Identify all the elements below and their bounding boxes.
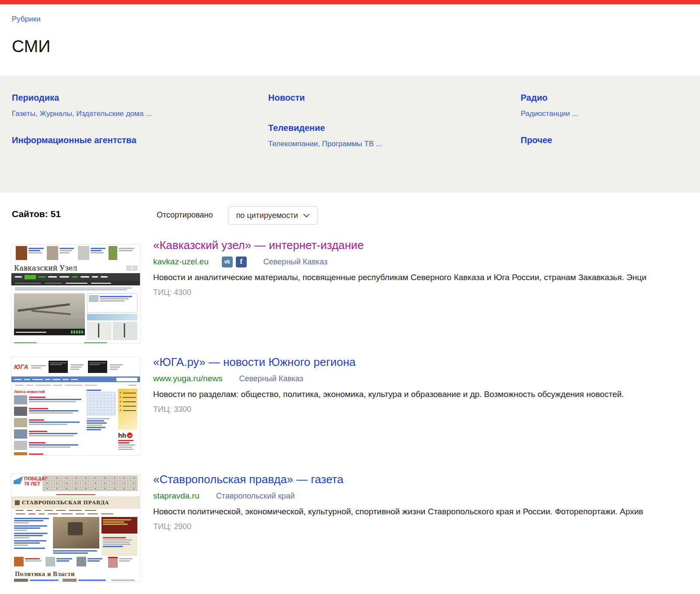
facebook-icon[interactable]: f [236,257,247,267]
thumb-calendar [87,392,116,415]
region-link[interactable]: Северный Кавказ [239,374,303,383]
spacer [521,118,578,135]
thumb-body: Лента новостей + [11,388,140,456]
listing-text: «ЮГА.ру» — новости Южного региона www.yu… [153,355,700,414]
thumb-victory-logo: ПОБЕДА! 70 ЛЕТ [14,475,41,491]
region-link[interactable]: Северный Кавказ [263,257,328,267]
category-link-novosti[interactable]: Новости [268,92,382,103]
sorted-label: Отсортировано [157,211,213,220]
category-sublinks-periodika[interactable]: Газеты, Журналы, Издательские дома ... [12,109,152,118]
masthead-emblem [15,500,20,505]
vk-icon[interactable]: vk [222,257,233,267]
thumb-section-title: Политика и Власти [11,571,140,578]
site-title-link[interactable]: «Кавказский узел» — интернет-издание [153,239,700,252]
sites-count: Сайтов: 51 [12,209,61,219]
thumb-header-buttons [126,266,137,271]
thumb-footer-area [11,341,140,344]
thumb-tag-links [11,285,140,292]
site-title-link[interactable]: «ЮГА.ру» — новости Южного региона [153,355,700,369]
site-thumbnail-kavkaz-uzel[interactable]: Кавказский Узел [11,244,140,344]
thumb-photo-strip [11,556,140,571]
thumb-content [11,516,140,556]
thumb-site-logo: ЮГА [14,363,28,370]
listing-text: «Кавказский узел» — интернет-издание kav… [153,239,700,297]
breadcrumb-rubriki-link[interactable]: Рубрики [12,15,41,24]
thumb-header: ЮГА [11,357,140,376]
site-title-link[interactable]: «Ставропольская правда» — газета [153,473,700,486]
thumb-site-logo: Кавказский Узел [14,264,77,272]
site-url-link[interactable]: kavkaz-uzel.eu [153,257,209,267]
thumb-main-photo [53,517,99,548]
hh-ru-badge: ru [127,432,133,438]
hh-text: hh [118,432,126,439]
category-sublinks-televidenie[interactable]: Телекомпании, Программы ТВ ... [268,139,382,148]
thumb-main-photo [14,293,85,335]
victory-70-text: ПОБЕДА! 70 ЛЕТ [24,476,46,486]
chevron-down-icon [303,214,310,218]
thumb-hh-logo: hh ru [118,432,137,439]
thumb-main-area [11,292,140,341]
spacer [268,103,382,123]
listing-kavkaz-uzel: Кавказский Узел [11,239,700,297]
catalog-page: Рубрики СМИ Периодика Газеты, Журналы, И… [0,0,700,594]
url-row: stapravda.ru Ставропольский край [153,490,700,502]
category-column-3: Радио Радиостанции ... Прочее [521,92,578,145]
citation-index: ТИЦ: 3300 [153,405,700,414]
thumb-news-list [14,517,51,555]
thumb-ad-column: + + + + + hh ru [118,389,137,456]
url-row: www.yuga.ru/news Северный Кавказ [153,373,700,384]
thumb-side-column [87,293,137,340]
thumb-bottom-news [11,578,140,582]
category-link-televidenie[interactable]: Телевидение [268,123,382,133]
spacer [12,118,152,135]
site-description: Новости политической, экономической, кул… [153,507,700,517]
thumb-site-logo: СТАВРОПОЛЬСКАЯ ПРАВДА [22,500,109,506]
region-link[interactable]: Ставропольский край [216,492,295,501]
category-sublinks-radio[interactable]: Радиостанции ... [521,109,578,118]
url-row: kavkaz-uzel.eu vk f Северный Кавказ [153,256,700,267]
category-link-prochee[interactable]: Прочее [521,135,578,145]
site-thumbnail-stapravda[interactable]: ПОБЕДА! 70 ЛЕТ СТАВРОПОЛЬСКАЯ ПРАВДА [11,474,140,582]
thumb-crowd-photo [42,475,138,491]
listing-yuga-ru: ЮГА Лента новостей [11,355,700,414]
site-description: Новости и аналитические материалы, посвя… [153,273,700,282]
thumb-section-title: Лента новостей [14,390,84,394]
thumb-ad-strip [11,245,140,264]
category-box: Периодика Газеты, Журналы, Издательские … [0,76,700,193]
thumb-navbar [11,273,140,281]
thumb-header: Кавказский Узел [11,264,140,273]
page-title: СМИ [12,37,50,56]
thumb-subnav [11,512,140,516]
category-column-1: Периодика Газеты, Журналы, Издательские … [12,92,152,145]
thumb-yellow-ad: + + + + + [118,389,137,430]
thumb-navbar [11,509,140,512]
thumb-date-row [11,492,140,496]
category-link-periodika[interactable]: Периодика [12,92,152,103]
thumb-top-banner: ПОБЕДА! 70 ЛЕТ [11,474,140,492]
citation-index: ТИЦ: 2900 [153,522,700,531]
thumb-subnav [11,382,140,388]
citation-index: ТИЦ: 4300 [153,288,700,297]
site-url-link[interactable]: www.yuga.ru/news [153,374,222,383]
thumb-calendar-column [87,389,116,456]
thumb-news-feed: Лента новостей [14,389,84,456]
thumb-center-column [53,517,99,555]
top-accent-bar [0,0,700,4]
thumb-masthead: СТАВРОПОЛЬСКАЯ ПРАВДА [11,496,140,509]
sort-dropdown-value: по цитируемости [236,211,298,220]
category-link-info-agencies[interactable]: Информационные агентства [12,135,152,145]
site-thumbnail-yuga[interactable]: ЮГА Лента новостей [11,357,140,456]
listing-stapravda: ПОБЕДА! 70 ЛЕТ СТАВРОПОЛЬСКАЯ ПРАВДА [11,473,700,531]
listing-text: «Ставропольская правда» — газета staprav… [153,473,700,531]
sort-dropdown[interactable]: по цитируемости [228,206,318,225]
category-link-radio[interactable]: Радио [521,92,578,103]
category-column-2: Новости Телевидение Телекомпании, Програ… [268,92,382,148]
site-description: Новости по разделам: общество, политика,… [153,390,700,399]
thumb-right-column [102,517,137,555]
thumb-subnav [11,281,140,285]
thumb-navbar [11,376,140,382]
site-url-link[interactable]: stapravda.ru [153,491,200,501]
social-icons: vk f [222,257,247,267]
